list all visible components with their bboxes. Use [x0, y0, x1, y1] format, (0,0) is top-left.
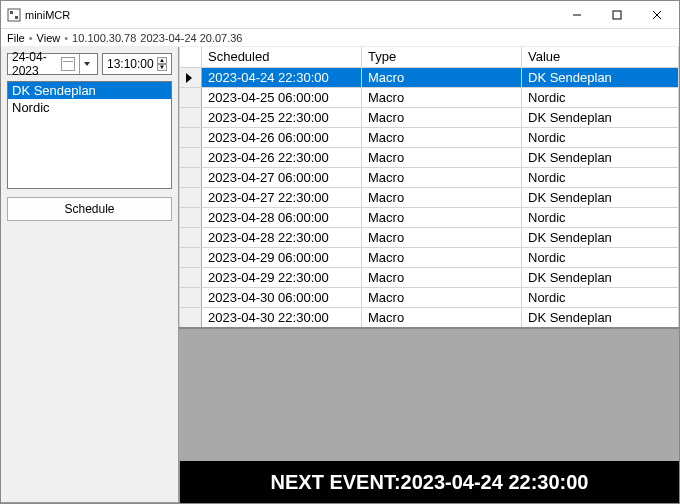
cell-scheduled: 2023-04-24 22:30:00 — [202, 67, 362, 87]
schedule-grid[interactable]: Scheduled Type Value 2023-04-24 22:30:00… — [179, 47, 679, 461]
cell-scheduled: 2023-04-29 06:00:00 — [202, 247, 362, 267]
table-row[interactable]: 2023-04-28 22:30:00MacroDK Sendeplan — [180, 227, 679, 247]
row-header[interactable] — [180, 87, 202, 107]
window-title: miniMCR — [25, 9, 70, 21]
svg-rect-4 — [613, 11, 621, 19]
cell-value: Nordic — [522, 87, 679, 107]
cell-scheduled: 2023-04-30 22:30:00 — [202, 307, 362, 328]
cell-value: DK Sendeplan — [522, 227, 679, 247]
row-header[interactable] — [180, 207, 202, 227]
svg-rect-2 — [15, 16, 18, 19]
row-header[interactable] — [180, 167, 202, 187]
date-input[interactable]: 24-04-2023 — [7, 53, 98, 75]
cell-type: Macro — [362, 227, 522, 247]
cell-value: Nordic — [522, 207, 679, 227]
cell-type: Macro — [362, 127, 522, 147]
table-row[interactable]: 2023-04-29 22:30:00MacroDK Sendeplan — [180, 267, 679, 287]
next-event-time: 2023-04-24 22:30:00 — [401, 471, 589, 494]
row-header[interactable] — [180, 307, 202, 328]
preset-list-item[interactable]: Nordic — [8, 99, 171, 116]
cell-value: Nordic — [522, 127, 679, 147]
status-time: 2023-04-24 20.07.36 — [140, 32, 242, 44]
col-scheduled[interactable]: Scheduled — [202, 47, 362, 67]
maximize-button[interactable] — [597, 3, 637, 27]
row-header-blank — [180, 47, 202, 67]
cell-type: Macro — [362, 267, 522, 287]
row-header[interactable] — [180, 127, 202, 147]
col-value[interactable]: Value — [522, 47, 679, 67]
table-row[interactable]: 2023-04-30 06:00:00MacroNordic — [180, 287, 679, 307]
row-header[interactable] — [180, 247, 202, 267]
table-row[interactable]: 2023-04-27 22:30:00MacroDK Sendeplan — [180, 187, 679, 207]
table-row[interactable]: 2023-04-26 06:00:00MacroNordic — [180, 127, 679, 147]
menu-file[interactable]: File — [7, 32, 25, 44]
time-input[interactable]: 13:10:00 ▲▼ — [102, 53, 172, 75]
row-header[interactable] — [180, 227, 202, 247]
calendar-icon[interactable] — [61, 57, 75, 71]
cell-type: Macro — [362, 207, 522, 227]
row-header[interactable] — [180, 287, 202, 307]
cell-scheduled: 2023-04-25 06:00:00 — [202, 87, 362, 107]
table-row[interactable]: 2023-04-30 22:30:00MacroDK Sendeplan — [180, 307, 679, 328]
cell-value: DK Sendeplan — [522, 107, 679, 127]
schedule-button[interactable]: Schedule — [7, 197, 172, 221]
table-row[interactable]: 2023-04-28 06:00:00MacroNordic — [180, 207, 679, 227]
cell-value: Nordic — [522, 287, 679, 307]
row-header[interactable] — [180, 267, 202, 287]
table-row[interactable]: 2023-04-24 22:30:00MacroDK Sendeplan — [180, 67, 679, 87]
cell-type: Macro — [362, 187, 522, 207]
table-row[interactable]: 2023-04-25 22:30:00MacroDK Sendeplan — [180, 107, 679, 127]
cell-value: DK Sendeplan — [522, 187, 679, 207]
close-button[interactable] — [637, 3, 677, 27]
date-value: 24-04-2023 — [12, 50, 61, 78]
status-ip: 10.100.30.78 — [72, 32, 136, 44]
cell-value: DK Sendeplan — [522, 147, 679, 167]
table-row[interactable]: 2023-04-26 22:30:00MacroDK Sendeplan — [180, 147, 679, 167]
menu-view[interactable]: View — [37, 32, 61, 44]
cell-type: Macro — [362, 67, 522, 87]
menubar: File • View • 10.100.30.78 2023-04-24 20… — [1, 29, 679, 47]
cell-scheduled: 2023-04-27 22:30:00 — [202, 187, 362, 207]
cell-scheduled: 2023-04-28 22:30:00 — [202, 227, 362, 247]
titlebar: miniMCR — [1, 1, 679, 29]
preset-list-item[interactable]: DK Sendeplan — [8, 82, 171, 99]
col-type[interactable]: Type — [362, 47, 522, 67]
svg-rect-0 — [8, 9, 20, 21]
sidebar: 24-04-2023 13:10:00 ▲▼ DK SendeplanNordi… — [1, 47, 179, 503]
cell-scheduled: 2023-04-28 06:00:00 — [202, 207, 362, 227]
menu-separator: • — [29, 32, 33, 44]
cell-scheduled: 2023-04-29 22:30:00 — [202, 267, 362, 287]
cell-value: DK Sendeplan — [522, 267, 679, 287]
minimize-button[interactable] — [557, 3, 597, 27]
table-row[interactable]: 2023-04-29 06:00:00MacroNordic — [180, 247, 679, 267]
cell-scheduled: 2023-04-25 22:30:00 — [202, 107, 362, 127]
cell-value: Nordic — [522, 247, 679, 267]
cell-value: Nordic — [522, 167, 679, 187]
cell-type: Macro — [362, 307, 522, 328]
cell-type: Macro — [362, 167, 522, 187]
date-dropdown-icon[interactable] — [79, 54, 93, 74]
preset-listbox[interactable]: DK SendeplanNordic — [7, 81, 172, 189]
row-header[interactable] — [180, 147, 202, 167]
menu-separator: • — [64, 32, 68, 44]
row-header[interactable] — [180, 107, 202, 127]
time-spinner[interactable]: ▲▼ — [157, 57, 167, 71]
schedule-button-label: Schedule — [64, 202, 114, 216]
svg-rect-1 — [10, 11, 13, 14]
cell-type: Macro — [362, 147, 522, 167]
cell-scheduled: 2023-04-30 06:00:00 — [202, 287, 362, 307]
cell-type: Macro — [362, 287, 522, 307]
app-icon — [7, 8, 21, 22]
next-event-banner: NEXT EVENT: 2023-04-24 22:30:00 — [179, 461, 679, 503]
table-row[interactable]: 2023-04-25 06:00:00MacroNordic — [180, 87, 679, 107]
cell-type: Macro — [362, 107, 522, 127]
cell-type: Macro — [362, 247, 522, 267]
table-row[interactable]: 2023-04-27 06:00:00MacroNordic — [180, 167, 679, 187]
row-header[interactable] — [180, 187, 202, 207]
row-header[interactable] — [180, 67, 202, 87]
cell-type: Macro — [362, 87, 522, 107]
cell-scheduled: 2023-04-27 06:00:00 — [202, 167, 362, 187]
cell-value: DK Sendeplan — [522, 307, 679, 328]
cell-scheduled: 2023-04-26 22:30:00 — [202, 147, 362, 167]
time-value: 13:10:00 — [107, 57, 154, 71]
